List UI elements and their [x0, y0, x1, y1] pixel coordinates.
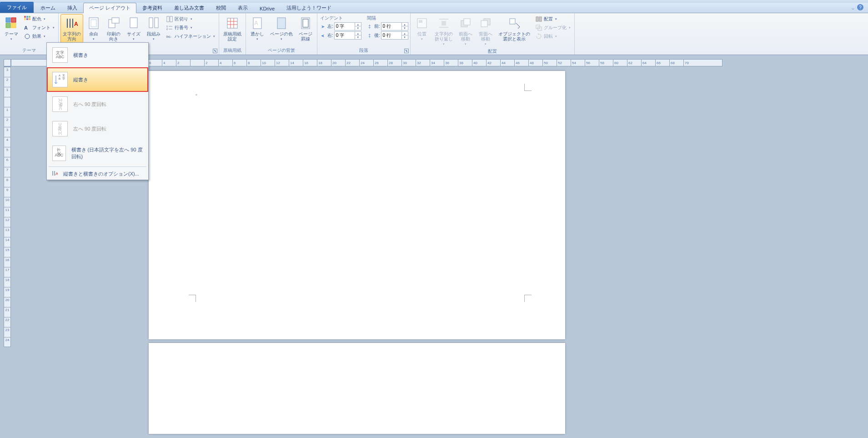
themes-label: テーマ [5, 31, 18, 36]
hyphenation-button[interactable]: bc-ハイフネーション▾ [164, 32, 217, 40]
indent-right-spinner[interactable]: ▲▼ [334, 31, 361, 40]
indent-left-input[interactable] [335, 24, 355, 29]
group-paragraph: インデント ➤ 左: ▲▼ ➤ 右: ▲▼ 間隔 ‡ 前: ▲▼ [317, 13, 411, 55]
indent-right-input[interactable] [335, 33, 355, 38]
line-numbers-button[interactable]: 12行番号▾ [164, 24, 217, 32]
ruler-tick: 54 [571, 60, 576, 66]
ruler-tick: 16 [303, 60, 308, 66]
ruler-tick: 32 [416, 60, 421, 66]
spacing-before-spinner[interactable]: ▲▼ [381, 22, 408, 30]
size-button[interactable]: サイズ▾ [124, 14, 143, 43]
svg-rect-23 [167, 16, 169, 22]
svg-rect-42 [442, 21, 446, 25]
spin-up-icon[interactable]: ▲ [355, 23, 361, 26]
tab-mailings[interactable]: 差し込み文書 [168, 3, 210, 13]
page-color-label: ページの色 [270, 31, 293, 36]
ruler-tick: 6 [4, 157, 10, 162]
text-direction-icon: A [65, 16, 79, 30]
align-button[interactable]: 配置▾ [533, 15, 572, 23]
dropdown-options[interactable]: A 縦書きと横書きのオプション(X)... [47, 168, 148, 180]
ruler-tick: 15 [4, 247, 10, 252]
indent-left-spinner[interactable]: ▲▼ [334, 22, 361, 30]
tab-page-layout[interactable]: ページ レイアウト [83, 3, 136, 13]
genko-button[interactable]: 原稿用紙 設定 [221, 14, 244, 43]
svg-rect-0 [6, 18, 10, 22]
ribbon-minimize-icon[interactable]: ⌵ [852, 5, 854, 10]
spacing-after-label: 後: [374, 32, 380, 39]
svg-rect-30 [227, 18, 237, 28]
group-page-background-label: ページの背景 [248, 47, 315, 55]
selection-pane-button[interactable]: オブジェクトの 選択と表示 [496, 14, 532, 43]
spacing-before-input[interactable] [381, 24, 401, 29]
svg-rect-19 [112, 18, 119, 23]
orientation-label: 印刷の 向き [107, 31, 120, 41]
align-icon [535, 15, 542, 23]
tab-insert[interactable]: 挿入 [61, 3, 83, 13]
ruler-tick: 2 [4, 117, 10, 122]
svg-text:2: 2 [166, 28, 168, 30]
tab-review[interactable]: 校閲 [210, 3, 232, 13]
ruler-corner [4, 59, 11, 66]
page-color-icon [274, 16, 289, 30]
dropdown-item-rotate-left: ABC文字 左へ 90 度回転 [47, 116, 148, 141]
document-page[interactable]: ₊ [149, 71, 565, 339]
theme-colors-button[interactable]: 配色▾ [22, 15, 56, 23]
watermark-label: 透かし [251, 31, 264, 36]
tab-references[interactable]: 参考資料 [136, 3, 168, 13]
svg-rect-20 [130, 18, 137, 28]
dropdown-item-horizontal-jp[interactable]: 文字ABC 横書き (日本語文字を左へ 90 度回転) [47, 141, 148, 166]
tab-home[interactable]: ホーム [35, 3, 61, 13]
svg-rect-22 [155, 18, 158, 28]
vertical-ruler[interactable]: 3211234567891011121314151617181920212223… [4, 66, 11, 347]
theme-fonts-button[interactable]: Aフォント▾ [22, 24, 56, 32]
page-border-button[interactable]: ページ 罫線 [296, 14, 315, 43]
ruler-tick: 38 [458, 60, 463, 66]
paragraph-launcher[interactable]: ⬊ [404, 49, 409, 53]
tab-file[interactable]: ファイル [0, 2, 34, 13]
document-page-2[interactable] [149, 343, 565, 434]
indent-title: インデント [319, 15, 361, 21]
margin-corner-br [524, 295, 532, 302]
text-direction-button[interactable]: A 文字列の 方向 [60, 14, 83, 43]
bring-forward-button: 前面へ 移動▾ [456, 14, 475, 48]
page-setup-launcher[interactable]: ⬊ [213, 49, 217, 53]
watermark-button[interactable]: A透かし▾ [248, 14, 267, 43]
ruler-tick: 60 [613, 60, 618, 66]
forward-label: 前面へ 移動 [459, 31, 472, 41]
ruler-tick: 23 [4, 327, 10, 332]
ruler-tick: 50 [542, 60, 548, 66]
ruler-tick: 26 [373, 60, 379, 66]
help-icon[interactable]: ? [857, 4, 863, 10]
margin-corner-bl [189, 295, 196, 302]
spin-down-icon[interactable]: ▼ [355, 26, 361, 30]
dropdown-item-vertical[interactable]: 文字AB 縦書き [47, 67, 148, 92]
tab-kdrive[interactable]: KDrive [254, 4, 281, 13]
spacing-after-input[interactable] [381, 33, 401, 38]
ruler-tick: 17 [4, 267, 10, 272]
ruler-tick: 36 [444, 60, 449, 66]
spacing-after-spinner[interactable]: ▲▼ [381, 31, 408, 40]
theme-effects-button[interactable]: 効果▾ [22, 32, 56, 40]
page-color-button[interactable]: ページの色▾ [268, 14, 295, 43]
ruler-tick: 44 [500, 60, 506, 66]
themes-button[interactable]: テーマ ▾ [2, 14, 21, 43]
group-genko: 原稿用紙 設定 原稿用紙 [219, 13, 246, 55]
tab-tips[interactable]: 活用しよう！ワード [281, 3, 337, 13]
tab-view[interactable]: 表示 [232, 3, 254, 13]
svg-rect-46 [464, 19, 470, 25]
svg-rect-3 [11, 23, 16, 28]
group-button: グループ化▾ [533, 24, 572, 32]
spacing-before-icon: ‡ [366, 23, 373, 30]
svg-rect-24 [170, 16, 172, 22]
ruler-tick: 20 [4, 297, 10, 302]
dropdown-options-label: 縦書きと横書きのオプション(X)... [63, 171, 139, 177]
svg-rect-50 [536, 17, 538, 21]
svg-rect-48 [481, 20, 487, 27]
columns-button[interactable]: 段組み▾ [144, 14, 163, 43]
dropdown-item-horizontal[interactable]: 文字ABC 横書き [47, 43, 148, 67]
hyphenation-label: ハイフネーション [175, 33, 211, 40]
rotate-button: 回転▾ [533, 32, 572, 40]
ruler-tick: 20 [331, 60, 336, 66]
breaks-button[interactable]: 区切り▾ [164, 15, 217, 23]
margins-button[interactable]: 余白▾ [84, 14, 103, 43]
